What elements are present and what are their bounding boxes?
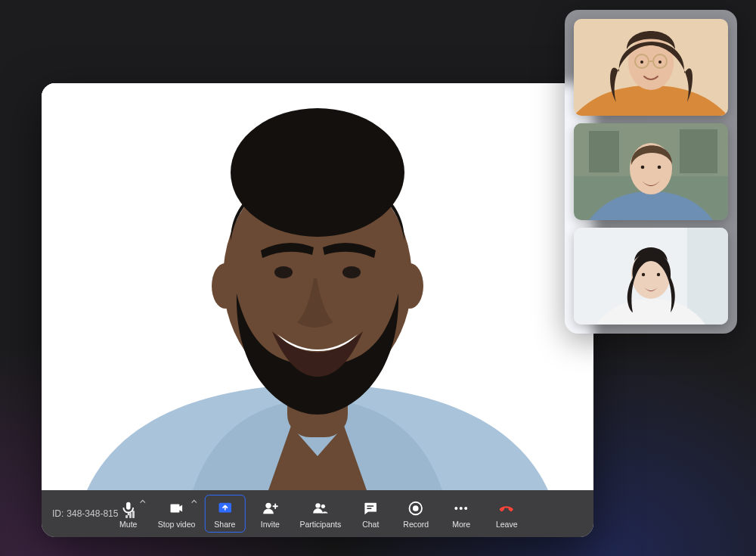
hang-up-icon [498, 500, 515, 517]
svg-rect-12 [367, 505, 374, 506]
invite-button[interactable]: Invite [249, 495, 290, 533]
participant-thumbnail[interactable] [574, 19, 728, 116]
svg-point-18 [465, 507, 468, 510]
participants-icon [312, 500, 329, 517]
svg-rect-13 [367, 508, 372, 508]
record-button-label: Record [403, 520, 429, 529]
svg-point-3 [212, 263, 239, 309]
main-speaker-video[interactable] [42, 83, 593, 490]
svg-point-11 [321, 505, 325, 508]
chat-button[interactable]: Chat [350, 495, 391, 533]
microphone-icon [120, 500, 137, 517]
more-button-label: More [452, 520, 470, 529]
chevron-up-icon[interactable] [191, 499, 197, 504]
participant-thumbnail[interactable] [574, 123, 728, 220]
svg-point-4 [396, 263, 423, 309]
stop-video-button-label: Stop video [158, 520, 196, 529]
call-toolbar: ID: 348-348-815 Mute [42, 490, 593, 537]
svg-point-10 [315, 503, 320, 508]
svg-rect-34 [687, 228, 728, 325]
svg-point-25 [658, 61, 662, 64]
participants-button[interactable]: Participants [295, 495, 345, 533]
svg-point-31 [641, 166, 645, 169]
share-button-label: Share [214, 520, 235, 529]
participants-button-label: Participants [299, 520, 341, 529]
share-button[interactable]: Share [204, 495, 245, 533]
video-camera-icon [169, 500, 185, 517]
meeting-id-prefix: ID: [52, 508, 64, 519]
more-icon [453, 500, 469, 517]
stop-video-button[interactable]: Stop video [153, 495, 200, 533]
participant-thumbnail[interactable] [574, 228, 728, 325]
record-icon [407, 500, 424, 517]
add-user-icon [262, 500, 278, 517]
leave-button[interactable]: Leave [486, 495, 527, 533]
chat-icon [362, 500, 379, 517]
leave-button-label: Leave [496, 520, 518, 529]
mute-button[interactable]: Mute [108, 495, 149, 533]
svg-point-17 [460, 507, 463, 510]
mute-button-label: Mute [119, 520, 137, 529]
video-call-window: ID: 348-348-815 Mute [42, 83, 593, 537]
chat-button-label: Chat [362, 520, 379, 529]
svg-point-24 [640, 61, 643, 64]
more-button[interactable]: More [441, 495, 482, 533]
svg-point-37 [657, 273, 660, 276]
record-button[interactable]: Record [395, 495, 436, 533]
invite-button-label: Invite [261, 520, 280, 529]
toolbar-button-group: Mute Stop video Share [108, 495, 527, 533]
svg-point-5 [231, 108, 404, 237]
participant-gallery [565, 10, 737, 334]
svg-point-16 [455, 507, 458, 510]
main-speaker-avatar [42, 83, 593, 490]
svg-point-15 [413, 505, 419, 511]
chevron-up-icon[interactable] [140, 499, 146, 504]
svg-point-9 [265, 503, 271, 508]
svg-rect-29 [680, 129, 717, 173]
share-screen-icon [216, 500, 233, 517]
svg-point-32 [658, 166, 662, 169]
svg-point-36 [642, 273, 645, 276]
svg-point-6 [274, 266, 293, 278]
svg-rect-28 [589, 131, 619, 172]
svg-point-7 [342, 266, 361, 278]
